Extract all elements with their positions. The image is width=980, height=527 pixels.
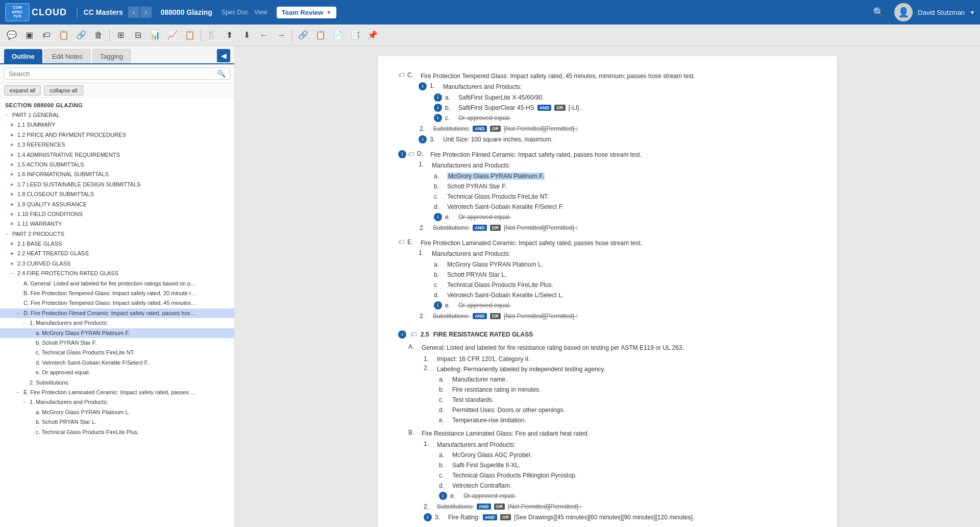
item-text: Substitutions: [437, 502, 474, 511]
toggle-icon: − [10, 270, 17, 277]
tree-item-2-4-a[interactable]: A. General: Listed and labeled for fire … [0, 279, 234, 289]
spec-doc-link[interactable]: Spec Doc [222, 9, 248, 16]
tree-item-part1[interactable]: − PART 1 GENERAL [0, 110, 234, 120]
pin-button[interactable]: 📌 [365, 28, 380, 43]
section-button[interactable]: ▣ [21, 28, 37, 43]
tree-item-1-8[interactable]: + 1.8 CLOSEOUT SUBMITTALS [0, 189, 234, 199]
tag-icon-D[interactable]: 🏷 [408, 151, 414, 158]
tree-item-2-4-e-1-a[interactable]: a. McGrory Glass PYRAN Platinum L. [0, 408, 234, 417]
tab-edit-notes[interactable]: Edit Notes [44, 49, 90, 63]
link-copy-button[interactable]: 🔗 [74, 28, 89, 43]
info-icon[interactable]: i [419, 82, 427, 90]
next-button[interactable]: → [274, 28, 289, 43]
tree-item-2-4-b[interactable]: B. Fire Protection Tempered Glass: Impac… [0, 289, 234, 298]
user-name[interactable]: David Stutzman [918, 9, 965, 16]
delete-button[interactable]: 🗑 [91, 28, 106, 43]
tab-outline[interactable]: Outline [4, 49, 42, 63]
item-text: Temperature-rise limitation. [452, 416, 526, 425]
tree-item-1-9[interactable]: + 1.9 QUALITY ASSURANCE [0, 200, 234, 209]
toggle-icon: + [10, 171, 17, 178]
tab-tagging[interactable]: Tagging [92, 49, 131, 63]
item-label: a. [439, 376, 449, 383]
fork-button[interactable]: 🍴 [204, 28, 219, 43]
pages-button[interactable]: 📑 [348, 28, 363, 43]
tree-item-2-2[interactable]: + 2.2 HEAT TREATED GLASS [0, 249, 234, 258]
nav-prev-button[interactable]: ‹ [128, 7, 139, 18]
info-icon-2-5[interactable]: i [398, 330, 406, 339]
tree-item-2-4-d-1[interactable]: − 1. Manufacturers and Products: [0, 318, 234, 328]
tree-item-2-4-d-1-b[interactable]: b. Schott PYRAN Star F. [0, 338, 234, 348]
tag-button[interactable]: 🏷 [39, 28, 54, 43]
tree-item-1-11[interactable]: + 1.11 WARRANTY [0, 219, 234, 229]
chart-button[interactable]: 📊 [148, 28, 163, 43]
hyperlink-button[interactable]: 🔗 [296, 28, 311, 43]
clipboard-button[interactable]: 📋 [313, 28, 328, 43]
tree-item-part2[interactable]: − PART 2 PRODUCTS [0, 229, 234, 239]
item-label: a. [445, 94, 455, 101]
tree-item-1-6[interactable]: + 1.6 INFORMATIONAL SUBMITTALS [0, 170, 234, 179]
document-button[interactable]: 📄 [330, 28, 346, 43]
tree-item-1-3[interactable]: + 1.3 REFERENCES [0, 140, 234, 150]
item-text: Fire Rating: [448, 513, 480, 522]
sidebar-collapse-button[interactable]: ◀ [217, 49, 230, 62]
doc-item-2-5-A-2-a: a. Manufacturer name. [439, 375, 817, 384]
search-input[interactable] [9, 70, 214, 78]
tree-item-1-7[interactable]: + 1.7 LEED SUSTAINABLE DESIGN SUBMITTALS [0, 180, 234, 189]
tree-item-2-4-d-1-d[interactable]: d. Vetrotech Saint-Gobain Keralite F/Sel… [0, 358, 234, 368]
info-icon[interactable]: i [434, 114, 442, 122]
global-search-icon[interactable]: 🔍 [873, 7, 884, 18]
info-icon[interactable]: i [439, 492, 447, 500]
item-label: 3. [430, 136, 440, 143]
tree-item-2-4-d-1-e[interactable]: e. Or approved equal. [0, 368, 234, 377]
tag-icon-C[interactable]: 🏷 [398, 71, 404, 79]
move-up-button[interactable]: ⬆ [222, 28, 237, 43]
tree-item-2-4-e[interactable]: − E. Fire Protection Laminated Ceramic: … [0, 388, 234, 397]
tree-item-1-5[interactable]: + 1.5 ACTION SUBMITTALS [0, 160, 234, 170]
nav-next-button[interactable]: › [140, 7, 152, 18]
list-view-button[interactable]: ⊟ [130, 28, 145, 43]
info-icon[interactable]: i [419, 135, 427, 143]
tree-item-2-4-c[interactable]: C. Fire Protection Tempered Glass: Impac… [0, 298, 234, 308]
collapse-all-button[interactable]: collapse all [44, 85, 83, 95]
data-button[interactable]: 📋 [182, 28, 198, 43]
tree-item-2-3[interactable]: + 2.3 CURVED GLASS [0, 259, 234, 269]
move-down-button[interactable]: ⬇ [239, 28, 254, 43]
analytics-button[interactable]: 📈 [165, 28, 180, 43]
tag-icon-E[interactable]: 🏷 [398, 238, 404, 246]
tree-item-2-4-e-1-c[interactable]: c. Technical Glass Products FireLite Plu… [0, 427, 234, 437]
tree-item-1-2[interactable]: + 1.2 PRICE AND PAYMENT PROCEDURES [0, 130, 234, 140]
grid-view-button[interactable]: ⊞ [113, 28, 128, 43]
tree-item-2-4[interactable]: − 2.4 FIRE PROTECTION RATED GLASS [0, 269, 234, 278]
copy-button[interactable]: 📋 [56, 28, 71, 43]
view-link[interactable]: View [254, 9, 267, 16]
user-menu-chevron-icon[interactable]: ▼ [970, 10, 975, 15]
tree-item-label: 2. Substitutions: [30, 379, 231, 387]
tree-item-2-4-e-1-b[interactable]: b. Schott PRYAN Star L. [0, 417, 234, 427]
section-C-label: C. [407, 71, 418, 79]
info-icon[interactable]: i [434, 104, 442, 112]
tree-item-1-4[interactable]: + 1.4 ADMINISTRATIVE REQUIREMENTS [0, 150, 234, 160]
search-icon[interactable]: 🔍 [217, 69, 226, 78]
info-icon[interactable]: i [434, 301, 442, 309]
badge-and: AND [473, 225, 487, 231]
expand-all-button[interactable]: expand all [4, 85, 41, 95]
search-box: 🔍 [4, 67, 230, 80]
tree-item-2-4-d-2[interactable]: 2. Substitutions: [0, 378, 234, 388]
tag-icon-2-5[interactable]: 🏷 [410, 331, 416, 338]
info-icon-D[interactable]: i [398, 150, 406, 158]
tree-item-2-4-d[interactable]: − D. Fire Protection Filmed Ceramic: Imp… [0, 308, 234, 318]
info-icon[interactable]: i [434, 93, 442, 102]
prev-button[interactable]: ← [256, 28, 272, 43]
team-review-dropdown[interactable]: Team Review ▼ [277, 7, 336, 18]
tree-item-2-1[interactable]: + 2.1 BASE GLASS [0, 239, 234, 249]
tree-item-1-10[interactable]: + 1.10 FIELD CONDITIONS [0, 209, 234, 219]
tree-item-2-4-d-1-c[interactable]: c. Technical Glass Products FireLite NT. [0, 348, 234, 357]
info-icon[interactable]: i [434, 213, 442, 221]
tree-item-2-4-d-1-a[interactable]: a. McGrory Glass PYRAN Platinum F. [0, 328, 234, 338]
comment-button[interactable]: 💬 [4, 28, 19, 43]
tree-item-2-4-e-1[interactable]: − 1. Manufacturers and Products: [0, 397, 234, 407]
info-icon[interactable]: i [424, 513, 432, 521]
tree-item-1-1[interactable]: + 1.1 SUMMARY [0, 120, 234, 130]
item-label: 1. [424, 440, 434, 447]
section-D-title: Fire Protection Filmed Ceramic: Impact s… [430, 150, 642, 159]
